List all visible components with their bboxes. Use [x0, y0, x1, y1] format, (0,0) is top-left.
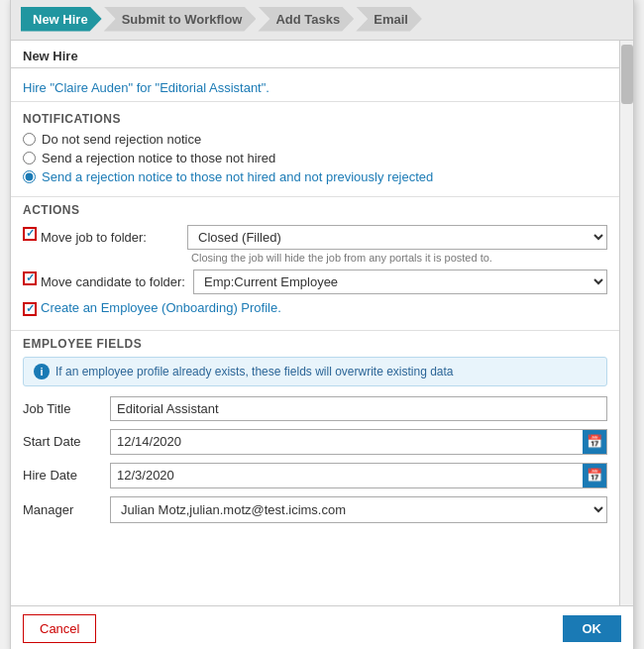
step-email[interactable]: Email: [356, 7, 422, 32]
cancel-button[interactable]: Cancel: [23, 614, 96, 643]
hire-date-input[interactable]: [111, 464, 583, 487]
move-candidate-select[interactable]: Emp:Current Employee Emp:Former Employee…: [193, 270, 607, 294]
field-row-start-date: Start Date 📅: [23, 429, 607, 455]
actions-section: ACTIONS Move job to folder: Closed (Fill…: [11, 197, 619, 331]
main-content: New Hire Hire "Claire Auden" for "Editor…: [11, 41, 619, 605]
employee-fields-label: EMPLOYEE FIELDS: [23, 337, 607, 351]
manager-field: Julian Motz,julian.motz@test.icims.com: [110, 496, 607, 523]
move-candidate-label: Move candidate to folder:: [41, 274, 185, 289]
start-date-input[interactable]: [111, 430, 583, 453]
create-profile-label[interactable]: Create an Employee (Onboarding) Profile.: [41, 300, 607, 315]
action-row-1-content: Move job to folder: Closed (Filled) Open…: [41, 225, 607, 264]
job-title-label: Job Title: [23, 401, 102, 416]
start-date-field: 📅: [110, 429, 607, 455]
footer: Cancel OK: [11, 605, 633, 650]
scrollbar-thumb[interactable]: [621, 45, 633, 104]
page-title: New Hire: [11, 41, 619, 68]
info-banner: i If an employee profile already exists,…: [23, 357, 607, 386]
notifications-section: NOTIFICATIONS Do not send rejection noti…: [11, 106, 619, 197]
field-row-job-title: Job Title: [23, 396, 607, 421]
hire-date-field: 📅: [110, 463, 607, 488]
start-date-label: Start Date: [23, 434, 102, 449]
actions-label: ACTIONS: [23, 203, 607, 217]
radio-row-2[interactable]: Send a rejection notice to those not hir…: [23, 151, 607, 165]
action-row-1-inline: Move job to folder: Closed (Filled) Open…: [41, 225, 607, 250]
checkbox-move-job[interactable]: [23, 227, 37, 241]
job-title-input[interactable]: [110, 396, 607, 421]
radio-row-1[interactable]: Do not send rejection notice: [23, 132, 607, 147]
checkbox-move-candidate[interactable]: [23, 271, 37, 285]
manager-select[interactable]: Julian Motz,julian.motz@test.icims.com: [111, 497, 606, 522]
info-text: If an employee profile already exists, t…: [55, 365, 454, 379]
hire-date-label: Hire Date: [23, 468, 102, 483]
content-area: New Hire Hire "Claire Auden" for "Editor…: [11, 41, 633, 605]
radio-no-rejection[interactable]: [23, 133, 36, 146]
radio-rejection-not-hired-not-rejected[interactable]: [23, 170, 36, 183]
action-row-2-content: Move candidate to folder: Emp:Current Em…: [41, 270, 607, 294]
action-row-3: Create an Employee (Onboarding) Profile.: [23, 300, 607, 316]
notifications-label: NOTIFICATIONS: [23, 112, 607, 126]
employee-section: EMPLOYEE FIELDS i If an employee profile…: [11, 331, 619, 539]
action-row-3-content: Create an Employee (Onboarding) Profile.: [41, 300, 607, 315]
checkbox-create-profile[interactable]: [23, 302, 37, 316]
move-job-hint: Closing the job will hide the job from a…: [41, 252, 607, 264]
hire-description: Hire "Claire Auden" for "Editorial Assis…: [11, 74, 619, 102]
field-row-hire-date: Hire Date 📅: [23, 463, 607, 488]
action-row-1: Move job to folder: Closed (Filled) Open…: [23, 225, 607, 264]
move-job-select[interactable]: Closed (Filled) Open On Hold Cancelled: [187, 225, 607, 250]
move-job-label: Move job to folder:: [41, 230, 179, 245]
scrollbar-track: [619, 41, 633, 605]
field-row-manager: Manager Julian Motz,julian.motz@test.ici…: [23, 496, 607, 523]
action-row-2-inline: Move candidate to folder: Emp:Current Em…: [41, 270, 607, 294]
radio-row-3[interactable]: Send a rejection notice to those not hir…: [23, 169, 607, 184]
start-date-calendar-icon[interactable]: 📅: [583, 430, 606, 454]
action-row-2: Move candidate to folder: Emp:Current Em…: [23, 270, 607, 294]
step-new-hire[interactable]: New Hire: [21, 7, 102, 32]
modal-container: New Hire Submit to Workflow Add Tasks Em…: [10, 0, 634, 649]
info-icon: i: [34, 364, 50, 379]
radio-label-1: Do not send rejection notice: [42, 132, 201, 147]
step-submit-workflow[interactable]: Submit to Workflow: [104, 7, 257, 32]
hire-date-calendar-icon[interactable]: 📅: [583, 464, 606, 487]
manager-label: Manager: [23, 502, 102, 517]
steps-bar: New Hire Submit to Workflow Add Tasks Em…: [11, 0, 633, 41]
radio-rejection-not-hired[interactable]: [23, 152, 36, 164]
ok-button[interactable]: OK: [563, 615, 622, 642]
radio-label-3: Send a rejection notice to those not hir…: [42, 169, 433, 184]
step-add-tasks[interactable]: Add Tasks: [258, 7, 354, 32]
radio-label-2: Send a rejection notice to those not hir…: [42, 151, 275, 165]
